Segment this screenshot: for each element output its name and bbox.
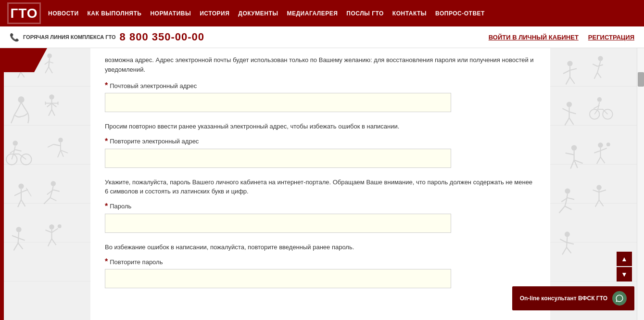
nav-ambassadors[interactable]: ПОСЛЫ ГТО: [346, 10, 384, 17]
password-field-section: * Пароль: [105, 202, 536, 233]
svg-point-25: [567, 102, 572, 107]
scroll-down-button[interactable]: ▼: [617, 267, 632, 282]
nav-norms[interactable]: НОРМАТИВЫ: [150, 10, 191, 17]
intro-text: возможна адрес. Адрес электронной почты …: [105, 55, 536, 74]
hotline-bar: 📞 ГОРЯЧАЯ ЛИНИЯ КОМПЛЕКСА ГТО 8 800 350-…: [0, 26, 644, 48]
password-confirm-input[interactable]: [105, 269, 451, 288]
scroll-up-button[interactable]: ▲: [617, 252, 632, 266]
password-confirm-required-star: *: [105, 257, 108, 266]
hotline-right: ВОЙТИ В ЛИЧНЫЙ КАБИНЕТ РЕГИСТРАЦИЯ: [489, 34, 634, 41]
hotline-number: 8 800 350-00-00: [120, 31, 204, 43]
nav-docs[interactable]: ДОКУМЕНТЫ: [238, 10, 278, 17]
svg-point-14: [13, 141, 18, 146]
hotline-left: 📞 ГОРЯЧАЯ ЛИНИЯ КОМПЛЕКСА ГТО 8 800 350-…: [10, 31, 204, 43]
header: ГТО НОВОСТИ КАК ВЫПОЛНЯТЬ НОРМАТИВЫ ИСТО…: [0, 0, 644, 26]
svg-point-27: [590, 109, 599, 119]
svg-point-16: [21, 154, 32, 165]
nav-faq[interactable]: ВОПРОС-ОТВЕТ: [435, 10, 485, 17]
email-label: * Почтовый электронный адрес: [105, 81, 536, 90]
email-confirm-desc: Просим повторно ввести ранее указанный э…: [105, 122, 536, 131]
svg-point-19: [51, 181, 56, 186]
email-confirm-required-star: *: [105, 137, 108, 146]
main-nav: НОВОСТИ КАК ВЫПОЛНЯТЬ НОРМАТИВЫ ИСТОРИЯ …: [48, 10, 485, 17]
svg-point-13: [49, 94, 54, 99]
chat-label: On-line консультант ВФСК ГТО: [520, 295, 607, 302]
logo-block[interactable]: ГТО: [5, 0, 43, 26]
nav-news[interactable]: НОВОСТИ: [48, 10, 79, 17]
svg-point-24: [598, 56, 603, 61]
scrollbar-thumb[interactable]: [638, 72, 644, 87]
svg-line-4: [18, 72, 21, 78]
login-link[interactable]: ВОЙТИ В ЛИЧНЫЙ КАБИНЕТ: [489, 34, 579, 41]
password-confirm-label: * Повторите пароль: [105, 257, 536, 266]
svg-line-7: [49, 58, 50, 67]
main-content: возможна адрес. Адрес электронной почты …: [90, 48, 550, 320]
page-wrapper: возможна адрес. Адрес электронной почты …: [0, 48, 644, 320]
svg-point-17: [58, 138, 63, 142]
chat-icon: [612, 291, 627, 306]
register-link[interactable]: РЕГИСТРАЦИЯ: [588, 34, 634, 41]
svg-point-34: [565, 231, 570, 237]
email-confirm-field-section: * Повторите электронный адрес: [105, 137, 536, 168]
left-red-strip: [0, 48, 4, 320]
svg-line-9: [49, 62, 53, 63]
phone-icon: 📞: [10, 33, 19, 42]
password-label: * Пароль: [105, 202, 536, 211]
svg-point-15: [6, 154, 17, 165]
svg-point-6: [47, 53, 52, 58]
left-side-decoration: [4, 48, 90, 320]
hotline-label: ГОРЯЧАЯ ЛИНИЯ КОМПЛЕКСА ГТО: [23, 34, 116, 40]
svg-point-23: [567, 61, 572, 66]
svg-point-30: [598, 142, 603, 147]
chat-widget[interactable]: On-line консультант ВФСК ГТО: [512, 286, 634, 310]
svg-point-22: [58, 224, 62, 228]
email-confirm-label: * Повторите электронный адрес: [105, 137, 536, 146]
email-field-section: * Почтовый электронный адрес: [105, 81, 536, 112]
scroll-buttons: ▲ ▼: [617, 252, 632, 282]
nav-media[interactable]: МЕДИАГАЛЕРЕЯ: [287, 10, 338, 17]
nav-contacts[interactable]: КОНТАКТЫ: [392, 10, 427, 17]
svg-line-11: [49, 67, 52, 73]
gto-logo: ГТО: [7, 2, 41, 24]
svg-point-20: [16, 227, 21, 232]
email-input[interactable]: [105, 93, 451, 112]
svg-point-26: [597, 97, 602, 102]
svg-point-31: [606, 142, 610, 146]
logo-badge-inner: [4, 48, 47, 72]
email-required-star: *: [105, 81, 108, 90]
scrollbar-area[interactable]: [637, 48, 644, 320]
svg-point-32: [565, 188, 570, 193]
nav-how[interactable]: КАК ВЫПОЛНЯТЬ: [88, 10, 142, 17]
email-confirm-input[interactable]: [105, 149, 451, 168]
svg-point-28: [603, 109, 612, 119]
svg-point-18: [18, 183, 24, 189]
svg-line-5: [21, 72, 25, 77]
password-confirm-desc: Во избежание ошибок в написании, пожалуй…: [105, 243, 536, 252]
password-input[interactable]: [105, 214, 451, 233]
password-confirm-field-section: * Повторите пароль: [105, 257, 536, 288]
password-required-star: *: [105, 202, 108, 211]
svg-point-33: [596, 185, 601, 190]
password-desc: Укажите, пожалуйста, пароль Вашего лично…: [105, 178, 536, 196]
svg-point-12: [18, 97, 24, 102]
logo-text: ГТО: [10, 6, 38, 21]
svg-point-29: [571, 145, 577, 151]
svg-point-21: [49, 224, 54, 229]
nav-history[interactable]: ИСТОРИЯ: [200, 10, 229, 17]
